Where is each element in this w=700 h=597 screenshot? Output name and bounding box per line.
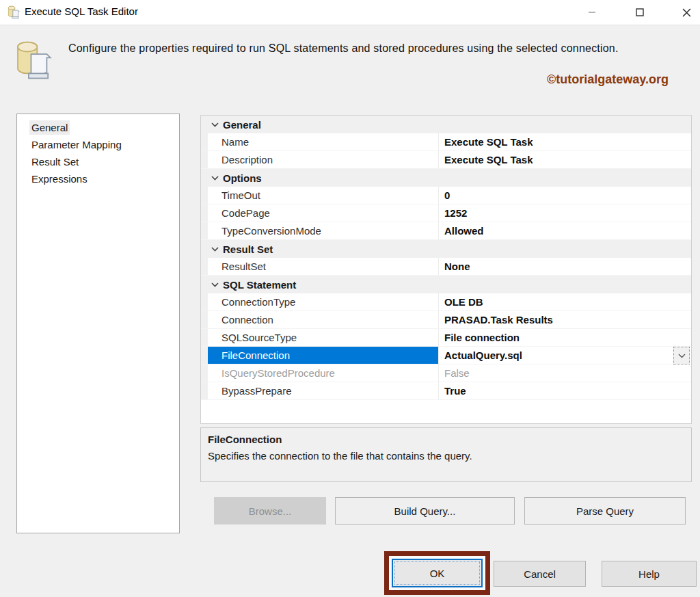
property-row-description[interactable]: Description Execute SQL Task bbox=[201, 151, 691, 169]
property-row-sqlsourcetype[interactable]: SQLSourceType File connection bbox=[201, 329, 691, 347]
property-row-timeout[interactable]: TimeOut 0 bbox=[201, 187, 691, 204]
cancel-button[interactable]: Cancel bbox=[494, 561, 586, 587]
maximize-button[interactable] bbox=[629, 1, 651, 23]
sql-task-header-icon bbox=[11, 40, 56, 83]
property-row-name[interactable]: Name Execute SQL Task bbox=[201, 133, 691, 151]
property-row-connectiontype[interactable]: ConnectionType OLE DB bbox=[201, 293, 691, 311]
help-button[interactable]: Help bbox=[602, 561, 697, 587]
close-button[interactable] bbox=[675, 1, 697, 23]
parse-query-button[interactable]: Parse Query bbox=[524, 497, 686, 525]
dialog-description: Configure the properties required to run… bbox=[68, 42, 684, 55]
property-row-fileconnection[interactable]: FileConnection ActualQuery.sql bbox=[201, 347, 691, 364]
window-title: Execute SQL Task Editor bbox=[25, 5, 138, 17]
chevron-down-icon[interactable] bbox=[208, 176, 221, 181]
category-sql-statement[interactable]: SQL Statement bbox=[201, 276, 691, 293]
chevron-down-icon[interactable] bbox=[208, 282, 221, 287]
chevron-down-icon[interactable] bbox=[208, 247, 221, 252]
sidebar-item-result-set[interactable]: Result Set bbox=[17, 153, 179, 170]
sidebar-item-parameter-mapping[interactable]: Parameter Mapping bbox=[17, 136, 179, 153]
category-result-set[interactable]: Result Set bbox=[201, 240, 691, 258]
build-query-button[interactable]: Build Query... bbox=[335, 497, 515, 525]
category-general[interactable]: General bbox=[201, 116, 691, 133]
property-row-bypassprepare[interactable]: BypassPrepare True bbox=[201, 382, 691, 400]
browse-button: Browse... bbox=[214, 497, 326, 525]
property-description-panel: FileConnection Specifies the connection … bbox=[200, 427, 692, 482]
property-grid: General Name Execute SQL Task Descriptio… bbox=[200, 115, 692, 424]
property-row-typeconversionmode[interactable]: TypeConversionMode Allowed bbox=[201, 222, 691, 240]
property-row-codepage[interactable]: CodePage 1252 bbox=[201, 204, 691, 222]
property-description-title: FileConnection bbox=[208, 434, 684, 445]
fileconnection-dropdown-button[interactable] bbox=[673, 347, 690, 364]
sidebar-item-expressions[interactable]: Expressions bbox=[17, 170, 179, 187]
pages-list: General Parameter Mapping Result Set Exp… bbox=[16, 114, 180, 533]
property-description-text: Specifies the connection to the file tha… bbox=[208, 450, 684, 462]
category-options[interactable]: Options bbox=[201, 169, 691, 187]
property-row-resultset[interactable]: ResultSet None bbox=[201, 258, 691, 276]
minimize-button[interactable] bbox=[581, 1, 603, 23]
sidebar-item-general[interactable]: General bbox=[17, 119, 179, 136]
grid-gutter bbox=[201, 116, 208, 133]
ok-highlight-annotation: OK bbox=[384, 551, 490, 595]
watermark: ©tutorialgateway.org bbox=[547, 72, 669, 87]
title-bar: Execute SQL Task Editor bbox=[0, 0, 700, 25]
sql-task-icon bbox=[7, 5, 21, 23]
property-row-connection[interactable]: Connection PRASAD.Task Results bbox=[201, 311, 691, 329]
property-row-isquerystoredprocedure[interactable]: IsQueryStoredProcedure False bbox=[201, 364, 691, 382]
chevron-down-icon[interactable] bbox=[208, 122, 221, 127]
ok-button[interactable]: OK bbox=[392, 559, 483, 587]
